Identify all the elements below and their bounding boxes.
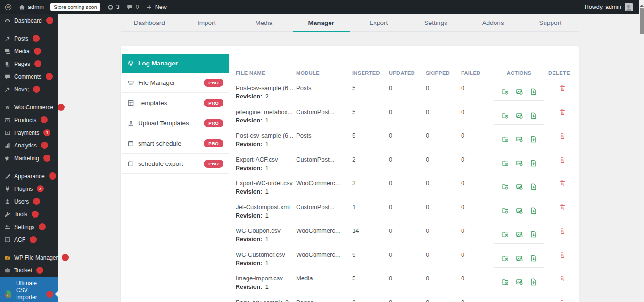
delete-log-button[interactable] [559,204,566,211]
wp-logo-menu[interactable]: W [5,4,12,11]
import-log-icon[interactable] [501,159,509,167]
delete-log-button[interactable] [559,299,566,302]
tab-export[interactable]: Export [350,14,407,31]
tab-dashboard[interactable]: Dashboard [121,14,178,31]
inserted-count: 1 [352,204,389,211]
sidebar-item-pages[interactable]: Pages [0,57,58,70]
delete-log-button[interactable] [559,227,566,235]
tab-support[interactable]: Support [522,14,579,31]
updated-count: 0 [389,204,426,211]
panel-item-upload-templates[interactable]: Upload Templates PRO [122,113,229,133]
tab-media[interactable]: Media [235,14,293,31]
scrollbar-thumb[interactable] [640,8,644,34]
download-log-icon[interactable] [529,88,537,96]
download-log-icon[interactable] [529,135,537,143]
media-log-icon[interactable] [515,183,523,191]
sidebar-item-ultimate-csv-importer-free[interactable]: Ultimate CSV Importer Free [0,277,58,302]
download-log-icon[interactable] [529,159,537,167]
tab-addons[interactable]: Addons [464,14,522,31]
media-log-icon[interactable] [515,254,523,262]
delete-log-button[interactable] [559,156,566,163]
sidebar-item-tools[interactable]: Tools [0,208,58,220]
media-log-icon[interactable] [515,159,523,167]
updates-icon [107,4,114,11]
media-log-icon[interactable] [515,88,523,96]
import-log-icon[interactable] [501,230,509,238]
delete-log-button[interactable] [559,275,566,282]
media-log-icon[interactable] [515,230,523,238]
sidebar-item-settings[interactable]: Settings [0,220,58,233]
download-log-icon[interactable] [529,278,537,286]
sidebar-item-products[interactable]: Products [0,114,58,126]
media-log-icon[interactable] [515,278,523,286]
sidebar-item-acf[interactable]: ACF [0,233,58,246]
updated-count: 0 [389,156,426,163]
tab-manager[interactable]: Manager [293,14,350,31]
download-log-icon[interactable] [529,183,537,191]
scrollbar[interactable] [639,0,644,302]
table-row: Export-ACF.csv Revision: 1 CustomPost...… [236,152,573,176]
delete-log-button[interactable] [559,108,566,116]
import-log-icon[interactable] [501,254,509,262]
plugins-icon [4,186,11,192]
scroll-up-arrow[interactable] [640,3,644,7]
coming-soon-badge[interactable]: Store coming soon [50,3,100,11]
delete-log-button[interactable] [559,251,566,259]
admin-bar: W admin Store coming soon 3 0 New Howdy,… [0,0,644,14]
revision-value: 2 [264,93,268,100]
panel-item-log-manager[interactable]: Log Manager [122,54,229,73]
column-header-file-name: FILE NAME [236,70,296,76]
sidebar-item-nove[interactable]: Nove; [0,83,58,96]
panel-item-templates[interactable]: Templates PRO [122,93,229,113]
sidebar-item-comments[interactable]: Comments [0,70,58,83]
tab-import[interactable]: Import [178,14,236,31]
panel-item-smart-schedule[interactable]: smart schedule PRO [122,133,229,154]
media-log-icon[interactable] [515,207,523,215]
sidebar-item-toolset[interactable]: Toolset [0,264,58,277]
sidebar-item-analytics[interactable]: Analytics [0,139,58,152]
import-log-icon[interactable] [501,207,509,215]
updates-menu[interactable]: 3 [107,4,120,11]
sidebar-item-media[interactable]: Media [0,45,58,57]
import-log-icon[interactable] [501,88,509,96]
delete-log-button[interactable] [559,132,566,139]
sidebar-item-appearance[interactable]: Appearance [0,170,58,182]
site-menu[interactable]: admin [18,4,44,11]
panel-item-file-manager[interactable]: File Manager PRO [122,73,229,93]
tab-settings[interactable]: Settings [407,14,465,31]
import-log-icon[interactable] [501,112,509,120]
download-log-icon[interactable] [529,112,537,120]
sidebar-item-posts[interactable]: Posts [0,32,58,45]
download-log-icon[interactable] [529,254,537,262]
media-icon [4,48,11,55]
media-log-icon[interactable] [515,135,523,143]
comments-menu[interactable]: 0 [126,4,139,11]
import-log-icon[interactable] [501,183,509,191]
new-menu[interactable]: New [146,4,167,11]
column-header-updated: UPDATED [389,70,426,76]
tab-label: Media [255,19,272,26]
sidebar-item-woocommerce[interactable]: W WooCommerce [0,101,58,114]
sidebar-item-plugins[interactable]: Plugins 3 [0,182,58,195]
sidebar-item-marketing[interactable]: Marketing [0,152,58,164]
panel-item-schedule-export[interactable]: schedule export PRO [122,154,229,174]
table-row: Image-import.csv Revision: 1 Media 5 0 0… [236,270,573,294]
import-log-icon[interactable] [501,135,509,143]
failed-count: 0 [461,84,493,91]
sidebar-item-wp-file-manager[interactable]: WP File Manager [0,251,58,264]
settings-icon [4,224,11,230]
sidebar-item-payments[interactable]: $ Payments 1 [0,126,58,139]
revision-value: 1 [264,141,268,147]
howdy-account-menu[interactable]: Howdy, admin [585,4,621,10]
sidebar-item-label: Pages [14,61,30,67]
updated-count: 0 [389,132,426,139]
delete-log-button[interactable] [559,84,566,92]
download-log-icon[interactable] [529,207,537,215]
download-log-icon[interactable] [529,230,537,238]
row-actions [493,248,545,268]
import-log-icon[interactable] [501,278,509,286]
delete-log-button[interactable] [559,180,566,187]
sidebar-item-users[interactable]: Users [0,195,58,208]
media-log-icon[interactable] [515,112,523,120]
sidebar-item-dashboard[interactable]: Dashboard [0,14,58,27]
